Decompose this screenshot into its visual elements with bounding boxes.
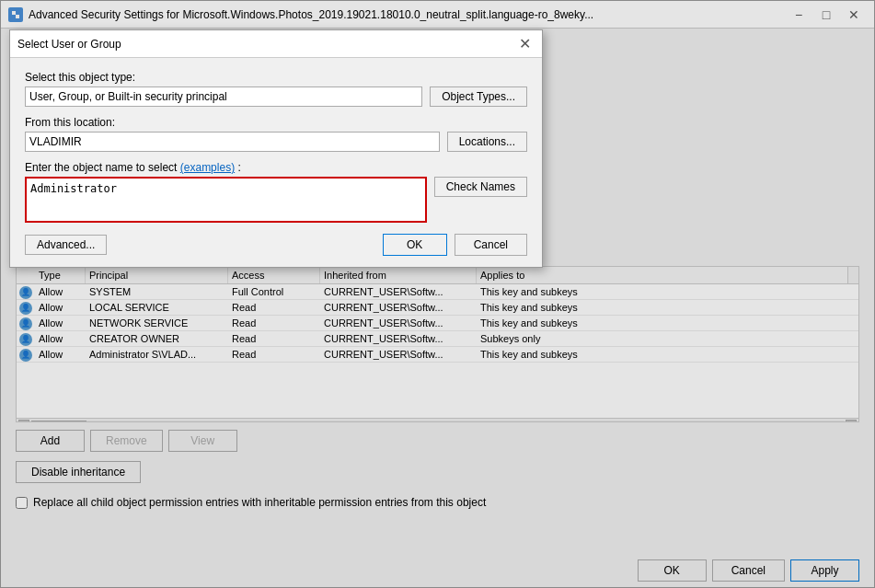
dialog-cancel-button[interactable]: Cancel (455, 234, 527, 256)
examples-link[interactable]: (examples) (180, 161, 235, 174)
location-input[interactable] (25, 132, 440, 152)
select-user-dialog: Select User or Group ✕ Select this objec… (9, 29, 543, 268)
object-name-label-row: Enter the object name to select (example… (25, 161, 527, 174)
location-group: From this location: Locations... (25, 116, 527, 152)
object-name-input[interactable] (25, 177, 427, 223)
dialog-ok-cancel: OK Cancel (383, 234, 527, 256)
object-name-group: Enter the object name to select (example… (25, 161, 527, 223)
locations-button[interactable]: Locations... (447, 132, 527, 152)
location-label: From this location: (25, 116, 527, 129)
object-type-label: Select this object type: (25, 71, 527, 84)
dialog-content: Select this object type: Object Types...… (10, 58, 542, 267)
object-type-group: Select this object type: Object Types... (25, 71, 527, 107)
dialog-ok-button[interactable]: OK (383, 234, 447, 256)
object-type-row: Object Types... (25, 86, 527, 107)
object-name-colon: : (237, 161, 240, 174)
dialog-title: Select User or Group (17, 38, 121, 51)
object-name-row: Check Names (25, 177, 527, 223)
check-names-button[interactable]: Check Names (434, 177, 527, 197)
object-name-label: Enter the object name to select (25, 161, 177, 174)
dialog-close-button[interactable]: ✕ (514, 35, 535, 53)
advanced-button[interactable]: Advanced... (25, 235, 107, 255)
object-type-input[interactable] (25, 86, 422, 107)
dialog-bottom-row: Advanced... OK Cancel (25, 234, 527, 256)
location-row: Locations... (25, 132, 527, 152)
object-types-button[interactable]: Object Types... (430, 86, 527, 107)
dialog-titlebar: Select User or Group ✕ (10, 30, 542, 58)
